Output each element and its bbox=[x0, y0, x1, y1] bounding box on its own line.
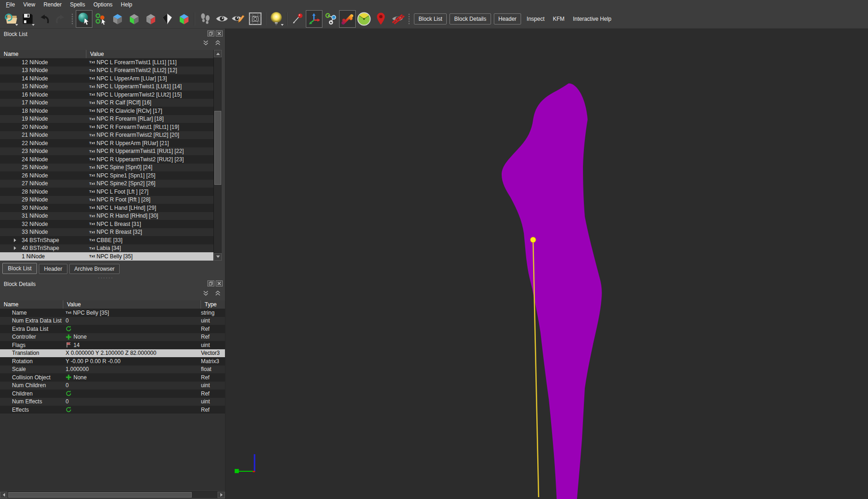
column-header-value[interactable]: Value bbox=[63, 300, 201, 309]
chevron-up-icon[interactable] bbox=[214, 39, 222, 46]
block-list-row[interactable]: 30 NiNodeTxtNPC L Hand [LHnd] [29] bbox=[0, 204, 213, 212]
block-details-row[interactable]: Num Effects0uint bbox=[0, 398, 225, 406]
tab-header[interactable]: Header bbox=[39, 264, 67, 274]
block-details-row[interactable]: RotationY -0.00 P 0.00 R -0.00Matrix3 bbox=[0, 357, 225, 365]
block-list-row[interactable]: 13 NiNodeTxtNPC L ForearmTwist2 [LLt2] [… bbox=[0, 67, 213, 75]
scroll-track[interactable] bbox=[214, 57, 222, 253]
show-markers-icon[interactable] bbox=[372, 10, 389, 28]
open-icon[interactable] bbox=[2, 10, 19, 28]
interactive-help-button[interactable]: Interactive Help bbox=[569, 14, 615, 24]
rgb-cube-icon[interactable] bbox=[176, 10, 192, 28]
block-list-row[interactable]: 27 NiNodeTxtNPC Spine2 [Spn2] [26] bbox=[0, 180, 213, 188]
flag-icon[interactable] bbox=[66, 342, 72, 348]
block-list-scrollbar[interactable] bbox=[213, 50, 222, 261]
block-list-toggle-button[interactable]: Block List bbox=[414, 13, 447, 24]
block-list-row[interactable]: 21 NiNodeTxtNPC R ForearmTwist2 [RLt2] [… bbox=[0, 131, 213, 140]
walk-footprints-icon[interactable] bbox=[197, 10, 213, 28]
block-details-row[interactable]: Flags14uint bbox=[0, 341, 225, 349]
block-list-row[interactable]: 34 BSTriShapeTxtCBBE [33] bbox=[0, 236, 213, 244]
vertex-selection-icon[interactable] bbox=[76, 10, 92, 28]
block-details-toggle-button[interactable]: Block Details bbox=[449, 13, 491, 24]
viewport-canvas[interactable] bbox=[225, 29, 868, 499]
chevron-down-icon[interactable] bbox=[202, 290, 210, 297]
add-link-icon[interactable] bbox=[66, 374, 72, 380]
expand-arrow-icon[interactable] bbox=[14, 246, 16, 250]
select-needle-icon[interactable] bbox=[289, 10, 306, 28]
toolbar-grip[interactable] bbox=[408, 13, 410, 25]
edit-visibility-eye-icon[interactable] bbox=[230, 10, 247, 28]
block-list-row[interactable]: 19 NiNodeTxtNPC R Forearm [RLar] [18] bbox=[0, 115, 213, 123]
block-list-row[interactable]: 12 NiNodeTxtNPC L ForearmTwist1 [LLt1] [… bbox=[0, 58, 213, 67]
block-list-row[interactable]: 20 NiNodeTxtNPC R ForearmTwist1 [RLt1] [… bbox=[0, 123, 213, 131]
block-details-row[interactable]: Num Children0uint bbox=[0, 382, 225, 390]
panel-splitter-handle[interactable]: ······ bbox=[98, 275, 114, 280]
block-list-row[interactable]: 23 NiNodeTxtNPC R UpperarmTwist1 [RUt1] … bbox=[0, 147, 213, 156]
show-bones-icon[interactable] bbox=[339, 10, 356, 28]
scroll-track[interactable] bbox=[7, 492, 218, 498]
block-list-row[interactable]: 31 NiNodeTxtNPC R Hand [RHnd] [30] bbox=[0, 212, 213, 220]
hide-hidden-icon[interactable] bbox=[389, 10, 406, 28]
visibility-eye-icon[interactable] bbox=[213, 10, 230, 28]
scroll-down-icon[interactable] bbox=[214, 253, 222, 261]
chevron-down-icon[interactable] bbox=[202, 39, 210, 46]
model-silhouette[interactable] bbox=[502, 84, 602, 499]
viewport-3d[interactable] bbox=[225, 29, 868, 499]
show-nodes-icon[interactable] bbox=[322, 10, 339, 28]
refresh-icon[interactable] bbox=[66, 326, 72, 332]
undo-icon[interactable] bbox=[36, 10, 52, 28]
scroll-thumb[interactable] bbox=[214, 111, 221, 185]
block-list-row[interactable]: 18 NiNodeTxtNPC R Clavicle [RClv] [17] bbox=[0, 107, 213, 115]
add-link-icon[interactable] bbox=[66, 334, 72, 340]
inspect-button[interactable]: Inspect bbox=[522, 14, 549, 24]
block-list-row[interactable]: 1 NiNodeTxtNPC Belly [35] bbox=[0, 252, 213, 261]
header-toggle-button[interactable]: Header bbox=[494, 13, 521, 24]
scroll-right-icon[interactable] bbox=[218, 492, 225, 498]
block-details-row[interactable]: Scale1.000000float bbox=[0, 365, 225, 374]
menu-spells[interactable]: Spells bbox=[66, 0, 90, 9]
block-details-row[interactable]: Extra Data ListRef bbox=[0, 325, 225, 333]
refresh-icon[interactable] bbox=[66, 390, 72, 396]
block-list-row[interactable]: 16 NiNodeTxtNPC L UpperarmTwist2 [LUt2] … bbox=[0, 91, 213, 99]
block-list-row[interactable]: 32 NiNodeTxtNPC L Breast [31] bbox=[0, 220, 213, 228]
scroll-left-icon[interactable] bbox=[0, 492, 7, 498]
float-panel-icon[interactable] bbox=[207, 280, 214, 286]
solid-cube-icon[interactable] bbox=[109, 10, 126, 28]
block-list-row[interactable]: 24 NiNodeTxtNPC R UpperarmTwist2 [RUt2] … bbox=[0, 155, 213, 164]
kfm-button[interactable]: KFM bbox=[549, 14, 569, 24]
refresh-icon[interactable] bbox=[66, 407, 72, 413]
screenshot-camera-icon[interactable] bbox=[247, 10, 263, 28]
block-details-row[interactable]: Collision ObjectNoneRef bbox=[0, 373, 225, 382]
tab-archive-browser[interactable]: Archive Browser bbox=[69, 264, 120, 274]
close-panel-icon[interactable] bbox=[216, 280, 223, 286]
chevron-up-icon[interactable] bbox=[214, 290, 222, 297]
block-list-row[interactable]: 26 NiNodeTxtNPC Spine1 [Spn1] [25] bbox=[0, 171, 213, 180]
block-list-row[interactable]: 28 NiNodeTxtNPC L Foot [Lft ] [27] bbox=[0, 188, 213, 196]
green-cube-icon[interactable] bbox=[126, 10, 142, 28]
redo-icon[interactable] bbox=[52, 10, 69, 28]
block-list-row[interactable]: 40 BSTriShapeTxtLabia [34] bbox=[0, 244, 213, 253]
expand-arrow-icon[interactable] bbox=[14, 238, 16, 242]
block-details-row[interactable]: ControllerNoneRef bbox=[0, 333, 225, 341]
block-list-row[interactable]: 14 NiNodeTxtNPC L UpperArm [LUar] [13] bbox=[0, 74, 213, 83]
column-header-type[interactable]: Type bbox=[201, 300, 225, 309]
lighting-dropdown-caret[interactable] bbox=[281, 24, 284, 26]
block-details-row[interactable]: ChildrenRef bbox=[0, 389, 225, 398]
open-dropdown-caret[interactable] bbox=[15, 24, 18, 26]
block-list-row[interactable]: 15 NiNodeTxtNPC L UpperarmTwist1 [LUt1] … bbox=[0, 83, 213, 91]
scroll-up-icon[interactable] bbox=[214, 50, 222, 57]
menu-view[interactable]: View bbox=[19, 0, 39, 9]
horizontal-scrollbar[interactable] bbox=[0, 491, 225, 498]
menu-render[interactable]: Render bbox=[39, 0, 66, 9]
block-list-row[interactable]: 22 NiNodeTxtNPC R UpperArm [RUar] [21] bbox=[0, 139, 213, 147]
column-header-value[interactable]: Value bbox=[86, 50, 213, 58]
save-dropdown-caret[interactable] bbox=[32, 24, 35, 26]
block-details-row[interactable]: NameTxtNPC Belly [35]string bbox=[0, 309, 225, 317]
block-list-row[interactable]: 33 NiNodeTxtNPC R Breast [32] bbox=[0, 228, 213, 237]
block-details-row[interactable]: EffectsRef bbox=[0, 406, 225, 414]
scroll-thumb[interactable] bbox=[8, 492, 192, 498]
block-list-row[interactable]: 25 NiNodeTxtNPC Spine [Spn0] [24] bbox=[0, 164, 213, 172]
double-sided-icon[interactable] bbox=[159, 10, 176, 28]
column-header-name[interactable]: Name bbox=[0, 300, 63, 309]
object-selection-icon[interactable] bbox=[92, 10, 109, 28]
block-details-row[interactable]: TranslationX 0.000000 Y 2.100000 Z 82.00… bbox=[0, 349, 225, 358]
